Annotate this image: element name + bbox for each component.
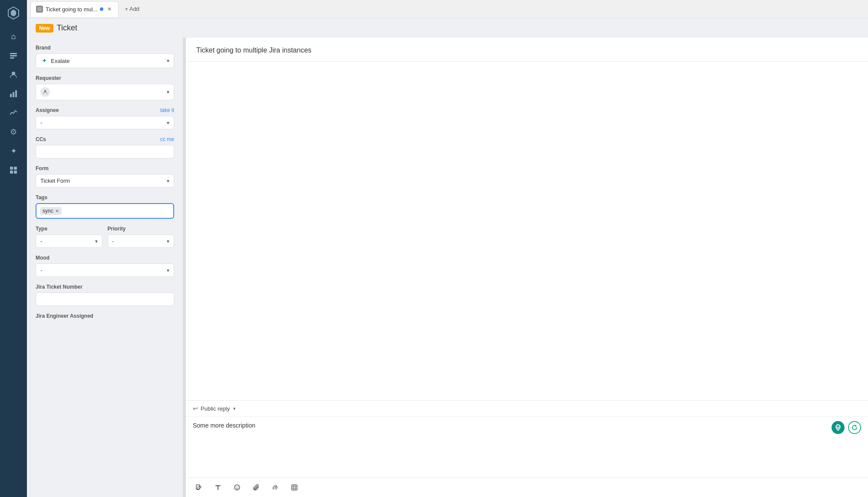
svg-point-20 [238, 487, 239, 487]
reporting-icon[interactable] [5, 85, 22, 102]
type-label: Type [36, 226, 102, 232]
main-area: Ticket going to mul... ✕ + Add New Ticke… [27, 0, 868, 497]
form-field-group: Form Ticket Form ▾ [36, 165, 174, 188]
cc-me-link[interactable]: cc me [160, 136, 174, 142]
type-field-group: Type - ▾ [36, 226, 102, 248]
priority-label: Priority [108, 226, 175, 232]
brand-chevron-icon: ▾ [167, 58, 169, 64]
priority-chevron-icon: ▾ [167, 238, 169, 244]
page-header: New Ticket [27, 18, 868, 38]
ccs-input[interactable] [36, 145, 174, 158]
svg-rect-3 [10, 55, 17, 56]
tag-chip-sync-remove[interactable]: ✕ [55, 208, 59, 214]
reply-body[interactable]: Some more description [186, 417, 868, 477]
reply-action-icons [832, 421, 861, 434]
compose-icon[interactable] [193, 481, 205, 494]
mood-chevron-icon: ▾ [167, 267, 169, 273]
exalate-brand-icon: ✦ [40, 57, 48, 65]
apps-icon[interactable] [5, 161, 22, 179]
reply-section: ↩ Public reply ▾ Some more description [186, 400, 868, 497]
priority-field-group: Priority - ▾ [108, 226, 175, 248]
location-icon-btn[interactable] [832, 421, 845, 434]
mood-label: Mood [36, 255, 174, 261]
requester-person-icon [40, 87, 50, 97]
home-icon[interactable]: ⌂ [5, 28, 22, 45]
brand-field-group: Brand ✦ Exalate ▾ [36, 45, 174, 68]
refresh-icon-btn[interactable] [848, 421, 861, 434]
ticket-tab-label: Ticket going to mul... [46, 6, 97, 13]
brand-select[interactable]: ✦ Exalate ▾ [36, 53, 174, 68]
assignee-select[interactable]: - ▾ [36, 116, 174, 129]
brand-value: Exalate [51, 58, 69, 64]
tags-label: Tags [36, 194, 174, 201]
contacts-icon[interactable] [5, 66, 22, 83]
svg-rect-9 [10, 167, 13, 170]
new-badge: New [36, 24, 53, 33]
tab-close-button[interactable]: ✕ [106, 6, 113, 13]
svg-rect-11 [10, 171, 13, 174]
ticket-body-area[interactable] [186, 62, 868, 400]
analytics-icon[interactable] [5, 104, 22, 122]
reply-header[interactable]: ↩ Public reply ▾ [186, 401, 868, 417]
jira-engineer-field-group: Jira Engineer Assigned [36, 313, 174, 319]
svg-point-19 [236, 487, 237, 487]
assignee-chevron-icon: ▾ [167, 120, 169, 126]
tags-input[interactable] [63, 208, 170, 214]
settings-icon[interactable]: ⚙ [5, 123, 22, 141]
type-priority-row: Type - ▾ Priority - ▾ [36, 226, 174, 255]
add-tab-label: + Add [125, 6, 139, 12]
ticket-title-input[interactable] [196, 46, 858, 54]
app-logo[interactable] [6, 5, 21, 21]
add-tab-button[interactable]: + Add [120, 6, 144, 12]
priority-select[interactable]: - ▾ [108, 234, 175, 248]
jira-ticket-number-input[interactable] [36, 293, 174, 306]
tags-field[interactable]: sync ✕ [36, 203, 174, 219]
form-label: Form [36, 165, 174, 171]
ticket-tab-icon [36, 6, 43, 13]
svg-rect-7 [13, 92, 14, 97]
take-it-link[interactable]: take it [160, 107, 174, 113]
reply-dropdown-icon: ▾ [233, 406, 236, 411]
form-value: Ticket Form [40, 178, 70, 184]
priority-value: - [112, 238, 114, 244]
tags-field-group: Tags sync ✕ [36, 194, 174, 219]
svg-rect-21 [292, 485, 297, 490]
emoji-icon[interactable] [231, 481, 243, 494]
tag-chip-sync-label: sync [43, 208, 53, 214]
type-select[interactable]: - ▾ [36, 234, 102, 248]
svg-point-18 [234, 485, 240, 490]
link-icon[interactable] [269, 481, 281, 494]
form-chevron-icon: ▾ [167, 178, 169, 184]
requester-select[interactable]: ▾ [36, 84, 174, 100]
requester-chevron-icon: ▾ [167, 89, 169, 95]
svg-point-16 [837, 426, 839, 428]
testing-icon[interactable]: ✦ [5, 142, 22, 160]
jira-engineer-label: Jira Engineer Assigned [36, 313, 174, 319]
svg-rect-12 [14, 171, 17, 174]
svg-point-14 [44, 90, 46, 92]
jira-ticket-number-label: Jira Ticket Number [36, 284, 174, 290]
brand-label: Brand [36, 45, 174, 51]
reply-body-text: Some more description [193, 422, 255, 429]
tab-bar: Ticket going to mul... ✕ + Add [27, 0, 868, 18]
attachment-icon[interactable] [250, 481, 262, 494]
mood-value: - [40, 267, 42, 273]
form-select[interactable]: Ticket Form ▾ [36, 174, 174, 188]
table-icon[interactable] [288, 481, 300, 494]
text-format-icon[interactable] [212, 481, 224, 494]
sidebar: ⌂ ⚙ ✦ [0, 0, 27, 497]
mood-select[interactable]: - ▾ [36, 263, 174, 277]
type-chevron-icon: ▾ [95, 238, 98, 244]
ccs-field-group: CCs cc me [36, 136, 174, 158]
page-title: Ticket [57, 23, 77, 33]
left-panel: Brand ✦ Exalate ▾ Requester [27, 38, 183, 497]
reply-arrow-icon: ↩ [193, 405, 198, 412]
body-layout: Brand ✦ Exalate ▾ Requester [27, 38, 868, 497]
assignee-field-group: Assignee take it - ▾ [36, 107, 174, 129]
tickets-icon[interactable] [5, 47, 22, 64]
content-wrapper: New Ticket Brand ✦ Exalate ▾ [27, 18, 868, 497]
ticket-tab[interactable]: Ticket going to mul... ✕ [30, 1, 119, 17]
ccs-label: CCs cc me [36, 136, 174, 142]
right-panel: ↩ Public reply ▾ Some more description [186, 38, 868, 497]
ticket-title-area [186, 38, 868, 62]
